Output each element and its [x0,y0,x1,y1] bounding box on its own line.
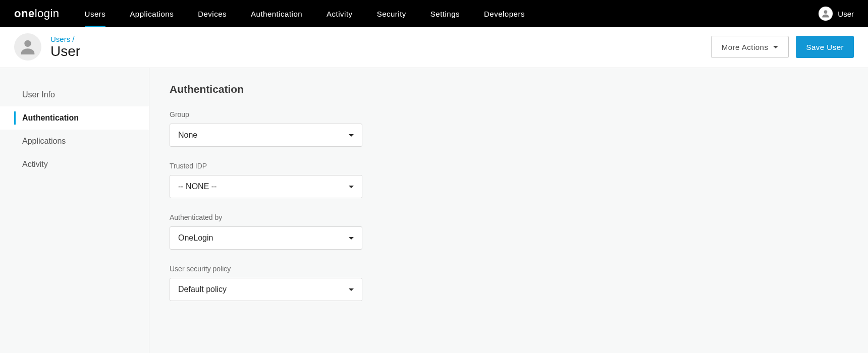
sidebar-item-label: Activity [22,160,48,168]
select-user-security-policy[interactable]: Default policy [170,278,362,301]
topnav-item-developers[interactable]: Developers [484,0,525,27]
form-group-authenticated-by: Authenticated by OneLogin [170,213,848,250]
caret-down-icon [349,134,354,137]
topnav-username: User [838,10,854,18]
topnav-label: Security [377,10,406,18]
select-authenticated-by[interactable]: OneLogin [170,226,362,250]
page-header: Users/ User More Actions Save User [0,27,868,68]
header-titles: Users/ User [50,35,711,60]
topnav-label: Applications [130,10,174,18]
breadcrumb: Users/ [50,35,711,43]
svg-point-0 [824,10,828,14]
select-value: Default policy [178,285,227,294]
header-actions: More Actions Save User [711,36,854,58]
more-actions-button[interactable]: More Actions [711,36,789,58]
form-group-trusted-idp: Trusted IDP -- NONE -- [170,162,848,198]
topnav-label: Devices [198,10,227,18]
topnav-label: Developers [484,10,525,18]
label-authenticated-by: Authenticated by [170,213,848,221]
sidebar-item-authentication[interactable]: Authentication [0,106,149,130]
breadcrumb-separator: / [72,35,74,43]
main-layout: User Info Authentication Applications Ac… [0,68,868,353]
brand-logo[interactable]: onelogin [14,7,60,20]
topnav-label: Users [85,10,106,18]
user-avatar-large-icon [14,33,41,61]
topnav-user-menu[interactable]: User [819,7,854,21]
brand-logo-part2: login [35,7,60,20]
breadcrumb-link-users[interactable]: Users [50,35,70,43]
topnav-item-authentication[interactable]: Authentication [251,0,302,27]
form-group-user-security-policy: User security policy Default policy [170,265,848,301]
form-group-group: Group None [170,110,848,147]
select-value: OneLogin [178,233,213,243]
caret-down-icon [349,288,354,291]
topnav-item-security[interactable]: Security [377,0,406,27]
label-user-security-policy: User security policy [170,265,848,273]
sidebar-item-activity[interactable]: Activity [0,153,149,176]
select-group[interactable]: None [170,124,362,147]
label-group: Group [170,110,848,119]
select-trusted-idp[interactable]: -- NONE -- [170,175,362,198]
caret-down-icon [773,46,778,48]
sidebar-item-user-info[interactable]: User Info [0,83,149,106]
topnav-label: Settings [430,10,460,18]
svg-point-1 [24,40,31,47]
select-value: None [178,131,197,140]
sidebar-item-label: Applications [22,137,66,145]
topnav-label: Authentication [251,10,302,18]
caret-down-icon [349,186,354,188]
sidebar-item-label: Authentication [22,113,79,122]
select-value: -- NONE -- [178,182,216,191]
topnav-item-settings[interactable]: Settings [430,0,460,27]
save-user-label: Save User [806,43,844,51]
label-trusted-idp: Trusted IDP [170,162,848,170]
more-actions-label: More Actions [722,43,769,51]
content-area: Authentication Group None Trusted IDP --… [149,68,868,353]
sidebar-item-applications[interactable]: Applications [0,130,149,153]
brand-logo-part1: one [14,7,35,20]
topnav-label: Activity [327,10,353,18]
page-title: User [50,43,711,60]
caret-down-icon [349,237,354,240]
topnav-item-activity[interactable]: Activity [327,0,353,27]
topnav-item-devices[interactable]: Devices [198,0,227,27]
topnav-items: Users Applications Devices Authenticatio… [85,0,819,27]
topnav-item-users[interactable]: Users [85,0,106,27]
user-avatar-icon [819,7,833,21]
save-user-button[interactable]: Save User [796,36,854,58]
sidebar: User Info Authentication Applications Ac… [0,68,149,353]
topnav-item-applications[interactable]: Applications [130,0,174,27]
sidebar-item-label: User Info [22,90,55,99]
section-title: Authentication [170,83,848,95]
top-navbar: onelogin Users Applications Devices Auth… [0,0,868,27]
